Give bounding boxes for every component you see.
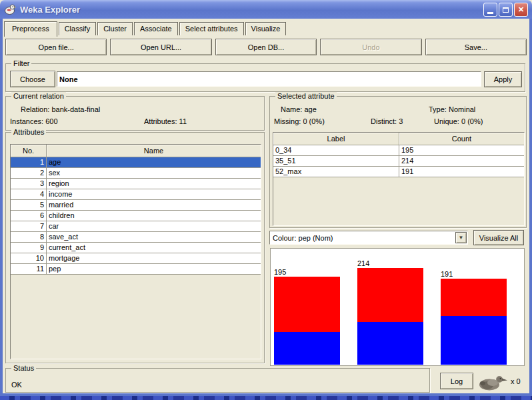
attribute-row-age[interactable]: 1age xyxy=(11,157,261,168)
attribute-row-region[interactable]: 3region xyxy=(11,179,261,189)
attribute-no: 2 xyxy=(11,168,47,178)
attr-missing-stat: Missing: 0 (0%) xyxy=(274,117,325,125)
attribute-row-pep[interactable]: 11pep xyxy=(11,264,261,275)
instances-stat: Instances: 600 xyxy=(10,117,58,125)
tab-bar: PreprocessClassifyClusterAssociateSelect… xyxy=(4,20,287,35)
attribute-row-children[interactable]: 6children xyxy=(11,211,261,221)
weka-bird-icon xyxy=(477,373,508,393)
attr-unique-value: 0 (0%) xyxy=(461,117,483,125)
attribute-name: mortgage xyxy=(47,253,261,263)
attribute-row-current_act[interactable]: 9current_act xyxy=(11,243,261,253)
tab-preprocess[interactable]: Preprocess xyxy=(4,21,57,37)
attr-unique-stat: Unique: 0 (0%) xyxy=(434,117,483,125)
attributes-table-body: 1age2sex3region4income5married6children7… xyxy=(11,157,261,275)
attr-name-stat: Name: age xyxy=(281,105,317,113)
label-count-row-52_max: 52_max191 xyxy=(273,167,524,177)
attr-type-stat: Type: Nominal xyxy=(429,105,475,113)
open-file-button[interactable]: Open file... xyxy=(5,39,107,55)
log-counter: x 0 xyxy=(511,377,521,385)
attr-name-value: age xyxy=(304,105,316,113)
filter-groupbox: Filter Choose None Apply xyxy=(5,63,525,92)
attribute-no: 9 xyxy=(11,243,47,253)
count-value: 191 xyxy=(399,167,524,177)
selected-attribute-legend: Selected attribute xyxy=(275,92,337,100)
attribute-row-income[interactable]: 4income xyxy=(11,189,261,200)
bar-segment-blue xyxy=(441,316,507,365)
close-icon: ✕ xyxy=(518,5,524,14)
bar-segment-red xyxy=(441,279,507,316)
titlebar: Weka Explorer ✕ xyxy=(0,0,532,19)
close-button[interactable]: ✕ xyxy=(514,3,528,17)
log-button[interactable]: Log xyxy=(440,373,473,389)
instances-value: 600 xyxy=(45,117,57,125)
attributes-table-header: No. Name xyxy=(11,145,261,157)
attribute-row-sex[interactable]: 2sex xyxy=(11,168,261,179)
colour-selector-combobox[interactable]: Colour: pep (Nom) ▼ xyxy=(269,231,468,245)
attribute-row-car[interactable]: 7car xyxy=(11,221,261,232)
attributes-count-stat: Attributes: 11 xyxy=(144,117,187,125)
attribute-name: income xyxy=(47,189,261,199)
attribute-no: 6 xyxy=(11,211,47,221)
histogram-bar-35_51: 214 xyxy=(357,259,423,365)
label-count-row-0_34: 0_34195 xyxy=(273,145,524,156)
relation-value: bank-data-final xyxy=(51,105,100,113)
weka-app-icon xyxy=(4,3,16,15)
attribute-name: pep xyxy=(47,264,261,274)
attributes-legend: Attributes xyxy=(11,128,46,136)
open-db-button[interactable]: Open DB... xyxy=(215,39,317,55)
no-column-header: No. xyxy=(11,145,47,157)
save-button[interactable]: Save... xyxy=(425,39,527,55)
bar-count-label: 214 xyxy=(357,259,423,268)
apply-button[interactable]: Apply xyxy=(484,71,522,87)
attr-distinct-value: 3 xyxy=(399,117,403,125)
choose-button[interactable]: Choose xyxy=(10,71,55,87)
window-border-right xyxy=(529,19,532,396)
bar-segment-red xyxy=(274,277,340,332)
maximize-icon xyxy=(503,7,509,13)
label-count-header: Label Count xyxy=(273,133,524,145)
combobox-arrow-button[interactable]: ▼ xyxy=(455,232,467,243)
attributes-table: No. Name 1age2sex3region4income5married6… xyxy=(10,144,261,359)
attr-distinct-stat: Distinct: 3 xyxy=(371,117,403,125)
attribute-no: 1 xyxy=(11,157,47,167)
label-value: 35_51 xyxy=(273,156,399,166)
window-title: Weka Explorer xyxy=(20,5,80,15)
undo-button[interactable]: Undo xyxy=(320,39,421,55)
label-value: 52_max xyxy=(273,167,399,177)
maximize-button[interactable] xyxy=(499,3,513,17)
count-value: 214 xyxy=(399,156,524,166)
attribute-no: 10 xyxy=(11,253,47,263)
tab-visualize[interactable]: Visualize xyxy=(245,22,287,35)
bar-segment-blue xyxy=(274,332,340,365)
attribute-name: car xyxy=(47,221,261,231)
name-column-header: Name xyxy=(47,145,261,157)
attribute-row-married[interactable]: 5married xyxy=(11,200,261,211)
open-url-button[interactable]: Open URL... xyxy=(110,39,211,55)
bar-count-label: 195 xyxy=(274,268,340,277)
attributes-count-value: 11 xyxy=(179,117,187,125)
status-message: OK xyxy=(11,381,22,389)
filter-value-field[interactable]: None xyxy=(57,71,481,87)
bar-segment-red xyxy=(357,268,423,322)
count-value: 195 xyxy=(399,145,524,155)
label-count-table: Label Count 0_3419535_5121452_max191 xyxy=(273,132,525,226)
attribute-row-save_act[interactable]: 8save_act xyxy=(11,232,261,243)
tab-cluster[interactable]: Cluster xyxy=(97,22,133,35)
attributes-groupbox: Attributes No. Name 1age2sex3region4inco… xyxy=(5,132,265,363)
tab-select-attributes[interactable]: Select attributes xyxy=(179,22,244,35)
background-taskbar-sliver xyxy=(0,396,532,400)
label-value: 0_34 xyxy=(273,145,399,155)
label-count-body: 0_3419535_5121452_max191 xyxy=(273,145,524,177)
tab-classify[interactable]: Classify xyxy=(59,22,97,35)
attribute-name: sex xyxy=(47,168,261,178)
attribute-row-mortgage[interactable]: 10mortgage xyxy=(11,253,261,264)
toolbar: Open file...Open URL...Open DB...UndoSav… xyxy=(5,39,527,55)
minimize-button[interactable] xyxy=(483,3,497,17)
status-groupbox: Status OK xyxy=(5,368,430,393)
label-count-row-35_51: 35_51214 xyxy=(273,156,524,167)
relation-stat: Relation: bank-data-final xyxy=(21,105,100,113)
visualize-all-button[interactable]: Visualize All xyxy=(473,230,524,245)
bar-segment-blue xyxy=(357,322,423,365)
tab-associate[interactable]: Associate xyxy=(134,22,178,35)
selected-attribute-groupbox: Selected attribute Name: age Type: Nomin… xyxy=(269,96,527,228)
